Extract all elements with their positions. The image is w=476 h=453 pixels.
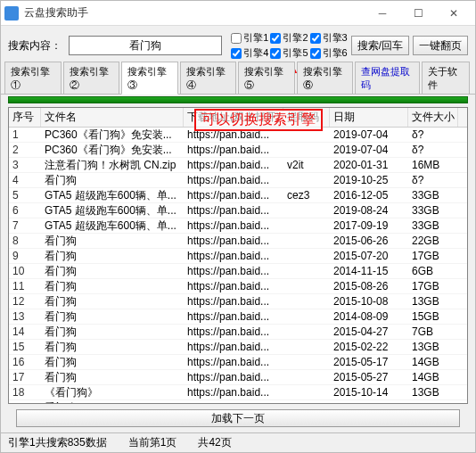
- cell-idx: 3: [9, 159, 41, 171]
- col-size[interactable]: 文件大小: [408, 108, 458, 127]
- engine-checkbox-label: 引擎1: [243, 31, 268, 45]
- cell-idx: 12: [9, 295, 41, 308]
- table-row[interactable]: 10看门狗https://pan.baid...2014-11-156GB: [9, 264, 467, 279]
- engine-checkbox-input[interactable]: [270, 33, 281, 44]
- cell-size: δ?: [408, 144, 458, 156]
- engine-checkbox[interactable]: 引擎2: [270, 31, 308, 45]
- engine-checkbox[interactable]: 引擎4: [231, 46, 268, 60]
- cell-date: 2015-07-20: [330, 250, 408, 262]
- table-row[interactable]: 11看门狗https://pan.baid...2015-08-2617GB: [9, 279, 467, 294]
- cell-url: https://pan.baid...: [184, 401, 283, 403]
- table-row[interactable]: 6GTA5 超级跑车600辆、单...https://pan.baid...20…: [9, 203, 467, 218]
- cell-idx: 16: [9, 356, 41, 368]
- status-page: 当前第1页: [128, 435, 177, 450]
- titlebar: 云盘搜索助手 ─ ☐ ✕: [1, 1, 475, 26]
- engine-checkbox-label: 引擎4: [243, 46, 268, 60]
- table-body[interactable]: 1PC360《看门狗》免安装...https://pan.baid...2019…: [9, 128, 467, 403]
- tab[interactable]: 搜索引擎⑥: [297, 62, 354, 94]
- cell-name: 看门狗: [41, 355, 184, 370]
- cell-date: 2015-05-17: [330, 356, 408, 368]
- cell-idx: 17: [9, 371, 41, 383]
- table-row[interactable]: 5GTA5 超级跑车600辆、单...https://pan.baid...ce…: [9, 188, 467, 203]
- engine-checkbox-input[interactable]: [231, 33, 242, 44]
- cell-idx: 4: [9, 174, 41, 186]
- engine-checkbox-input[interactable]: [310, 33, 321, 44]
- table-row[interactable]: 8看门狗https://pan.baid...2015-06-2622GB: [9, 234, 467, 249]
- cell-name: 看门狗: [41, 279, 184, 294]
- table-row[interactable]: 19看门狗https://pan.baid...2014-11-2417GB: [9, 400, 467, 403]
- cell-url: https://pan.baid...: [184, 235, 283, 247]
- status-total: 共42页: [198, 435, 231, 450]
- cell-name: 看门狗: [41, 249, 184, 264]
- window-title: 云盘搜索助手: [24, 5, 365, 21]
- cell-date: 2015-06-26: [330, 235, 408, 247]
- table-row[interactable]: 2PC360《看门狗》免安装...https://pan.baid...2019…: [9, 143, 467, 158]
- tab[interactable]: 搜索引擎①: [4, 62, 62, 94]
- flip-button[interactable]: 一键翻页: [413, 36, 468, 55]
- window-controls: ─ ☐ ✕: [365, 1, 472, 26]
- engine-checkbox[interactable]: 引擎3: [310, 31, 348, 45]
- cell-name: 看门狗: [41, 400, 184, 404]
- col-index[interactable]: 序号: [9, 108, 41, 127]
- table-row[interactable]: 18《看门狗》https://pan.baid...2015-10-1413GB: [9, 385, 467, 400]
- maximize-button[interactable]: ☐: [400, 1, 436, 26]
- search-row: 搜索内容： 引擎1引擎2引擎3 引擎4引擎5引擎6 搜索/回车 一键翻页: [1, 26, 475, 62]
- cell-url: https://pan.baid...: [184, 250, 283, 262]
- table-row[interactable]: 12看门狗https://pan.baid...2015-10-0813GB: [9, 294, 467, 309]
- cell-idx: 11: [9, 280, 41, 292]
- cell-size: 14GB: [408, 356, 458, 368]
- table-row[interactable]: 7GTA5 超级跑车600辆、单...https://pan.baid...20…: [9, 218, 467, 234]
- engine-checkbox-input[interactable]: [310, 48, 321, 59]
- cell-size: 16MB: [408, 159, 458, 171]
- search-input[interactable]: [69, 36, 222, 55]
- engine-checkbox-input[interactable]: [270, 48, 281, 59]
- tab[interactable]: 关于软件: [422, 62, 470, 94]
- table-row[interactable]: 1PC360《看门狗》免安装...https://pan.baid...2019…: [9, 128, 467, 143]
- tab[interactable]: 搜索引擎②: [63, 62, 120, 94]
- engine-checkbox-label: 引擎2: [283, 31, 308, 45]
- tab-bar: 搜索引擎①搜索引擎②搜索引擎③搜索引擎④搜索引擎⑤搜索引擎⑥查网盘提取码关于软件: [1, 62, 475, 95]
- col-code[interactable]: 提取码: [283, 108, 330, 127]
- cell-date: 2014-11-15: [330, 265, 408, 277]
- cell-size: 13GB: [408, 386, 458, 399]
- search-button[interactable]: 搜索/回车: [351, 36, 409, 55]
- cell-size: 33GB: [408, 219, 458, 232]
- engine-checkbox[interactable]: 引擎1: [231, 31, 268, 45]
- engine-checkbox-input[interactable]: [231, 48, 242, 59]
- engine-checkbox[interactable]: 引擎5: [270, 46, 308, 60]
- minimize-button[interactable]: ─: [365, 1, 400, 26]
- cell-date: 2015-02-22: [330, 341, 408, 353]
- cell-date: 2015-08-26: [330, 280, 408, 292]
- tab[interactable]: 搜索引擎⑤: [238, 62, 295, 94]
- table-row[interactable]: 15看门狗https://pan.baid...2015-02-2213GB: [9, 340, 467, 355]
- cell-url: https://pan.baid...: [184, 265, 283, 277]
- cell-url: https://pan.baid...: [184, 386, 283, 399]
- cell-size: 7GB: [408, 325, 458, 338]
- cell-date: 2020-01-31: [330, 159, 408, 171]
- close-button[interactable]: ✕: [436, 1, 472, 26]
- col-url[interactable]: 下载地址(双击打开): [184, 108, 283, 127]
- table-row[interactable]: 14看门狗https://pan.baid...2015-04-277GB: [9, 325, 467, 340]
- cell-url: https://pan.baid...: [184, 295, 283, 308]
- cell-name: 看门狗: [41, 309, 184, 325]
- tab[interactable]: 搜索引擎③: [121, 62, 178, 95]
- cell-date: 2019-10-25: [330, 174, 408, 186]
- cell-idx: 10: [9, 265, 41, 277]
- tab[interactable]: 查网盘提取码: [355, 62, 420, 94]
- table-row[interactable]: 13看门狗https://pan.baid...2014-08-0915GB: [9, 309, 467, 325]
- cell-name: 看门狗: [41, 294, 184, 309]
- tab[interactable]: 搜索引擎④: [180, 62, 237, 94]
- table-row[interactable]: 3注意看门狗！水树凯 CN.ziphttps://pan.baid...v2it…: [9, 158, 467, 173]
- search-label: 搜索内容：: [8, 38, 62, 54]
- load-more-button[interactable]: 加载下一页: [16, 409, 460, 427]
- table-row[interactable]: 4看门狗https://pan.baid...2019-10-25δ?: [9, 173, 467, 188]
- engine-checkbox[interactable]: 引擎6: [310, 46, 348, 60]
- cell-name: 看门狗: [41, 325, 184, 340]
- table-row[interactable]: 16看门狗https://pan.baid...2015-05-1714GB: [9, 355, 467, 370]
- cell-size: 33GB: [408, 204, 458, 217]
- table-row[interactable]: 9看门狗https://pan.baid...2015-07-2017GB: [9, 249, 467, 264]
- cell-size: 15GB: [408, 310, 458, 323]
- table-row[interactable]: 17看门狗https://pan.baid...2015-05-2714GB: [9, 370, 467, 385]
- col-filename[interactable]: 文件名: [41, 108, 184, 127]
- col-date[interactable]: 日期: [330, 108, 408, 127]
